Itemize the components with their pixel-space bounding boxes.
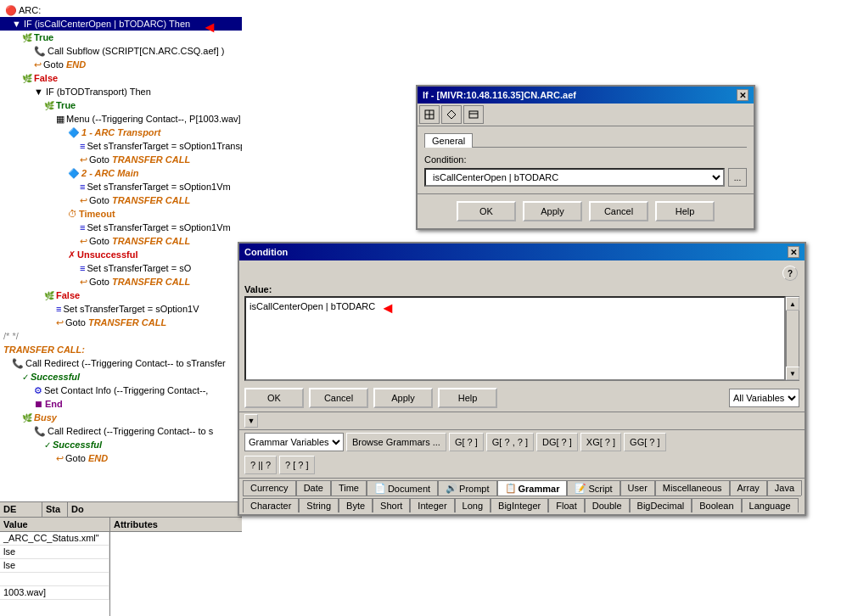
tree-item-comment[interactable]: /* */: [0, 329, 242, 343]
cond-help-button[interactable]: ?: [782, 266, 798, 281]
g-double-btn[interactable]: G[ ? , ? ]: [486, 433, 534, 451]
tree-item-successful1[interactable]: ✓ Successful: [0, 370, 242, 384]
expand-handle[interactable]: ▼: [244, 414, 258, 428]
or-btn[interactable]: ? || ?: [244, 456, 277, 474]
tree-item-goto-tc1[interactable]: ↩ Goto TRANSFER CALL: [0, 153, 242, 166]
tree-item-transfer-label[interactable]: TRANSFER CALL:: [0, 343, 242, 356]
value-textarea[interactable]: [244, 296, 786, 381]
tab-array[interactable]: Array: [730, 480, 767, 496]
tab-script[interactable]: 📝 Script: [567, 480, 620, 496]
tree-item-redirect1[interactable]: 📞 Call Redirect (--Triggering Contact-- …: [0, 356, 242, 370]
tree-item-set3[interactable]: ≡ Set sTransferTarget = sOption1Vm: [0, 221, 242, 234]
tab-double[interactable]: Double: [585, 498, 630, 512]
gg-btn[interactable]: GG[ ? ]: [624, 433, 665, 451]
tab-user[interactable]: User: [620, 480, 655, 496]
tab-float[interactable]: Float: [548, 498, 584, 512]
tree-item-unsuccessful[interactable]: ✗ Unsuccessful: [0, 248, 242, 261]
goto-icon4: ↩: [80, 236, 87, 247]
tab-biginteger[interactable]: BigInteger: [491, 498, 548, 512]
ellipsis-button[interactable]: ...: [728, 168, 747, 187]
tree-item-goto-tc5[interactable]: ↩ Goto TRANSFER CALL: [0, 316, 242, 329]
tab-string[interactable]: String: [299, 498, 339, 512]
tree-item-goto-tc2[interactable]: ↩ Goto TRANSFER CALL: [0, 193, 242, 207]
grammar-vars-dropdown[interactable]: Grammar Variables: [244, 433, 344, 451]
value-scrollbar[interactable]: ▲ ▼: [786, 296, 799, 381]
tab-short[interactable]: Short: [373, 498, 410, 512]
tree-item-arc[interactable]: 🔴 ARC:: [0, 3, 242, 17]
svg-rect-3: [469, 111, 478, 118]
tab-byte[interactable]: Byte: [339, 498, 373, 512]
xg-btn[interactable]: XG[ ? ]: [580, 433, 621, 451]
tree-item-set2[interactable]: ≡ Set sTransferTarget = sOption1Vm: [0, 180, 242, 193]
tab-integer[interactable]: Integer: [410, 498, 454, 512]
tab-grammar[interactable]: 📋 Grammar: [497, 480, 568, 496]
tab-currency[interactable]: Currency: [243, 480, 296, 496]
condition-dropdown[interactable]: isCallCenterOpen | bTODARC: [424, 168, 725, 187]
toolbar-btn-1[interactable]: [419, 105, 440, 124]
cond-ok-button[interactable]: OK: [244, 388, 304, 408]
tree-item-timeout[interactable]: ⏱ Timeout: [0, 207, 242, 221]
cond-help-btn2[interactable]: Help: [438, 388, 497, 408]
tree-item-menu[interactable]: ▦ Menu (--Triggering Contact--, P[1003.w…: [0, 112, 242, 126]
if-dialog-close-button[interactable]: ✕: [737, 89, 748, 101]
tree-item-false1[interactable]: 🌿 False: [0, 71, 242, 85]
tab-date[interactable]: Date: [296, 480, 331, 496]
tab-time[interactable]: Time: [331, 480, 367, 496]
tree-item-goto-end2[interactable]: ↩ Goto END: [0, 451, 242, 465]
condition-dialog-close[interactable]: ✕: [788, 246, 799, 258]
tree-item-goto-tc4[interactable]: ↩ Goto TRANSFER CALL: [0, 275, 242, 288]
type-tab-row1: Currency Date Time 📄 Document 🔊 Prompt 📋…: [243, 480, 801, 496]
tab-bigdecimal[interactable]: BigDecimal: [630, 498, 692, 512]
toolbar-btn-2[interactable]: [441, 105, 462, 124]
true-label1: True: [34, 32, 53, 42]
tree-item-setcontact[interactable]: ⚙ Set Contact Info (--Triggering Contact…: [0, 384, 242, 397]
if-label: IF (isCallCenterOpen | bTODARC) Then: [24, 19, 190, 29]
scroll-up-btn[interactable]: ▲: [786, 297, 799, 311]
tab-long[interactable]: Long: [455, 498, 491, 512]
browse-grammars-btn[interactable]: Browse Grammars ...: [346, 433, 446, 451]
tree-item-redirect2[interactable]: 📞 Call Redirect (--Triggering Contact-- …: [0, 424, 242, 438]
tab-boolean[interactable]: Boolean: [692, 498, 741, 512]
tree-item-set4[interactable]: ≡ Set sTransferTarget = sO: [0, 261, 242, 275]
if-help-button[interactable]: Help: [655, 201, 715, 221]
timeout-label: Timeout: [79, 209, 115, 219]
successful-icon1: ✓: [22, 372, 29, 382]
goto-icon3: ↩: [80, 195, 87, 206]
tab-miscellaneous[interactable]: Miscellaneous: [655, 480, 730, 496]
dg-btn[interactable]: DG[ ? ]: [536, 433, 578, 451]
if-ok-button[interactable]: OK: [457, 201, 516, 221]
bracket-btn[interactable]: ? [ ? ]: [279, 456, 315, 474]
tree-item-arc-main[interactable]: 🔷 2 - ARC Main: [0, 166, 242, 180]
tree-item-false2[interactable]: 🌿 False: [0, 288, 242, 302]
cond-cancel-button[interactable]: Cancel: [309, 388, 368, 408]
goto-tc3-label: Goto TRANSFER CALL: [89, 236, 190, 246]
bp-row-1-value: lse: [0, 546, 109, 559]
if-dialog-tabs: General: [424, 133, 747, 148]
tab-prompt[interactable]: 🔊 Prompt: [438, 480, 496, 496]
tree-item-set5[interactable]: ≡ Set sTransferTarget = sOption1V: [0, 302, 242, 316]
tree-item-busy[interactable]: 🌿 Busy: [0, 411, 242, 424]
tree-item-callsubflow[interactable]: 📞 Call Subflow (SCRIPT[CN.ARC.CSQ.aef] ): [0, 44, 242, 58]
tab-document[interactable]: 📄 Document: [367, 480, 438, 496]
toolbar-btn-3[interactable]: [463, 105, 484, 124]
tree-item-arc-transport[interactable]: 🔷 1 - ARC Transport: [0, 126, 242, 139]
tree-item-goto-tc3[interactable]: ↩ Goto TRANSFER CALL: [0, 234, 242, 248]
g-single-btn[interactable]: G[ ? ]: [449, 433, 484, 451]
tab-character[interactable]: Character: [243, 498, 299, 512]
all-vars-select[interactable]: All Variables: [729, 389, 799, 407]
tree-item-successful2[interactable]: ✓ Successful: [0, 438, 242, 451]
if-cancel-button[interactable]: Cancel: [589, 201, 648, 221]
condition-dialog-title: Condition: [244, 247, 288, 257]
tree-item-goto-end1[interactable]: ↩ Goto END: [0, 58, 242, 71]
tree-item-set1[interactable]: ≡ Set sTransferTarget = sOption1Transpor…: [0, 139, 242, 153]
tree-item-if-tod[interactable]: ▼ IF (bTODTransport) Then: [0, 85, 242, 98]
tab-java[interactable]: Java: [767, 480, 802, 496]
tree-item-true2[interactable]: 🌿 True: [0, 98, 242, 112]
tab-general[interactable]: General: [424, 133, 473, 148]
tree-item-end1[interactable]: ⏹ End: [0, 397, 242, 411]
if-apply-button[interactable]: Apply: [523, 201, 582, 221]
goto-tc1-label: Goto TRANSFER CALL: [89, 154, 190, 165]
scroll-down-btn[interactable]: ▼: [786, 367, 799, 380]
cond-apply-button[interactable]: Apply: [373, 388, 433, 408]
tab-language[interactable]: Language: [742, 498, 799, 512]
